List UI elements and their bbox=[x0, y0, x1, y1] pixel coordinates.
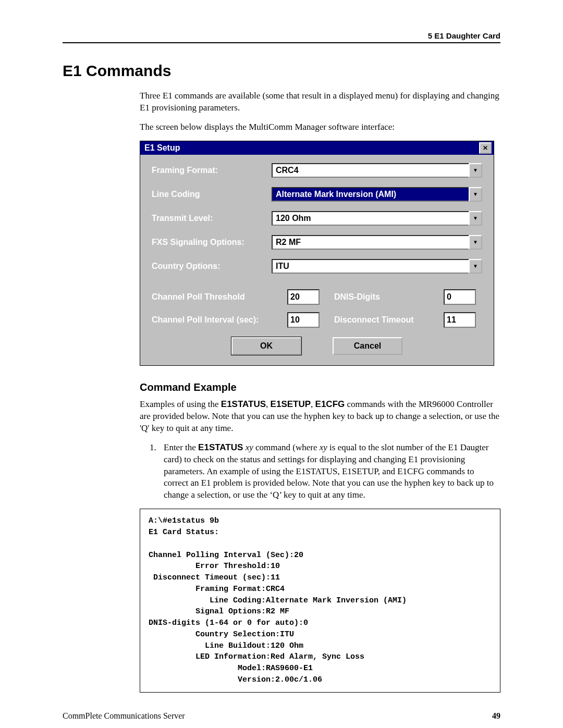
fxs-signaling-label: FXS Signaling Options: bbox=[152, 238, 272, 247]
cancel-button[interactable]: Cancel bbox=[333, 337, 402, 355]
command-example-heading: Command Example bbox=[140, 381, 500, 393]
close-icon: ✕ bbox=[483, 144, 488, 152]
chevron-down-icon[interactable]: ▼ bbox=[469, 259, 482, 274]
fxs-signaling-value: R2 MF bbox=[272, 235, 469, 250]
channel-poll-threshold-input[interactable]: 20 bbox=[287, 289, 320, 305]
page-title: E1 Commands bbox=[63, 62, 500, 80]
transmit-level-value: 120 Ohm bbox=[272, 211, 469, 226]
intro-paragraph-2: The screen below displays the MultiComm … bbox=[140, 121, 500, 133]
disconnect-timeout-label: Disconnect Timeout bbox=[320, 315, 444, 325]
e1-setup-dialog: E1 Setup ✕ Framing Format: CRC4 ▼ Line C… bbox=[140, 141, 494, 366]
line-coding-select[interactable]: Alternate Mark Inversion (AMI) ▼ bbox=[272, 187, 482, 202]
channel-poll-threshold-label: Channel Poll Threshold bbox=[152, 292, 287, 302]
framing-format-value: CRC4 bbox=[272, 163, 469, 178]
dialog-title: E1 Setup bbox=[144, 143, 180, 153]
fxs-signaling-select[interactable]: R2 MF ▼ bbox=[272, 235, 482, 250]
line-coding-value: Alternate Mark Inversion (AMI) bbox=[272, 187, 469, 202]
disconnect-timeout-input[interactable]: 11 bbox=[444, 312, 476, 328]
country-options-value: ITU bbox=[272, 259, 469, 274]
chevron-down-icon[interactable]: ▼ bbox=[469, 163, 482, 178]
ok-button[interactable]: OK bbox=[231, 337, 301, 355]
terminal-output: A:\#e1status 9b E1 Card Status: Channel … bbox=[140, 509, 500, 692]
footer-page-number: 49 bbox=[492, 711, 500, 721]
line-coding-label: Line Coding bbox=[152, 190, 272, 199]
country-options-label: Country Options: bbox=[152, 262, 272, 271]
country-options-select[interactable]: ITU ▼ bbox=[272, 259, 482, 274]
steps-list-item: Enter the E1STATUS xy command (where xy … bbox=[158, 442, 500, 502]
dnis-digits-label: DNIS-Digits bbox=[320, 292, 444, 302]
dnis-digits-input[interactable]: 0 bbox=[444, 289, 476, 305]
framing-format-label: Framing Format: bbox=[152, 166, 272, 175]
steps-list: Enter the E1STATUS xy command (where xy … bbox=[140, 442, 500, 502]
chevron-down-icon[interactable]: ▼ bbox=[469, 211, 482, 226]
page-header: 5 E1 Daughter Card bbox=[63, 31, 500, 43]
chevron-down-icon[interactable]: ▼ bbox=[469, 235, 482, 250]
dialog-titlebar[interactable]: E1 Setup ✕ bbox=[140, 141, 494, 155]
channel-poll-interval-label: Channel Poll Interval (sec): bbox=[152, 315, 287, 325]
chevron-down-icon[interactable]: ▼ bbox=[469, 187, 482, 202]
footer-product: CommPlete Communications Server bbox=[63, 711, 185, 721]
framing-format-select[interactable]: CRC4 ▼ bbox=[272, 163, 482, 178]
intro-paragraph-1: Three E1 commands are available (some th… bbox=[140, 90, 500, 114]
command-example-paragraph: Examples of using the E1STATUS, E1SETUP,… bbox=[140, 399, 500, 435]
transmit-level-label: Transmit Level: bbox=[152, 214, 272, 223]
channel-poll-interval-input[interactable]: 10 bbox=[287, 312, 320, 328]
close-button[interactable]: ✕ bbox=[479, 142, 492, 154]
transmit-level-select[interactable]: 120 Ohm ▼ bbox=[272, 211, 482, 226]
page-footer: CommPlete Communications Server 49 bbox=[63, 711, 500, 721]
